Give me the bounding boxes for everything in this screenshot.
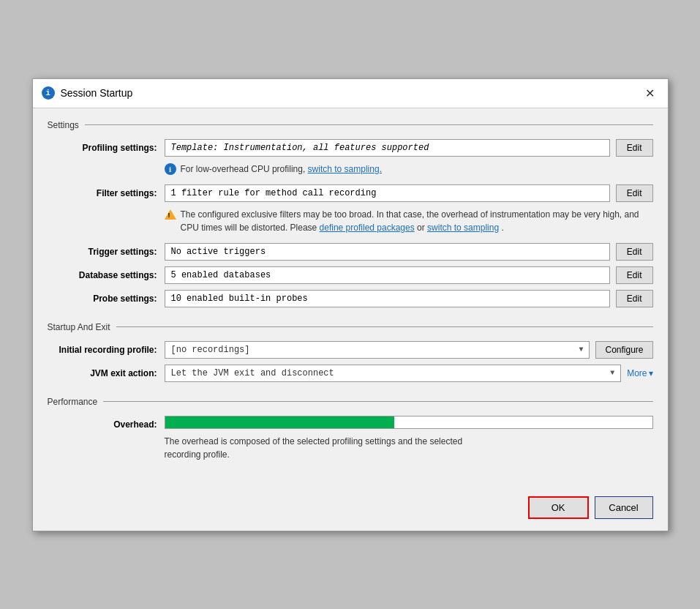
settings-header: Settings [48, 120, 653, 130]
probe-row: Probe settings: 10 enabled built-in prob… [48, 290, 653, 307]
performance-section: Performance Overhead: The overhead is co… [48, 397, 653, 461]
performance-title: Performance [48, 397, 104, 407]
filter-edit-button[interactable]: Edit [616, 184, 653, 202]
filter-row: Filter settings: 1 filter rule for metho… [48, 184, 653, 237]
probe-label: Probe settings: [48, 290, 165, 304]
profiling-label: Profiling settings: [48, 139, 165, 153]
database-input-line: 5 enabled databases Edit [165, 266, 653, 284]
cancel-button[interactable]: Cancel [595, 496, 653, 519]
title-bar-left: i Session Startup [42, 86, 133, 100]
dialog-body: Settings Profiling settings: Template: I… [33, 108, 668, 487]
performance-divider [103, 401, 652, 402]
settings-divider [85, 124, 653, 125]
dialog-icon: i [42, 86, 55, 100]
recording-label: Initial recording profile: [48, 341, 165, 355]
trigger-field: No active triggers [165, 243, 610, 261]
database-edit-button[interactable]: Edit [616, 266, 653, 284]
session-startup-dialog: i Session Startup ✕ Settings Profiling s… [32, 78, 669, 531]
performance-header: Performance [48, 397, 653, 407]
database-row: Database settings: 5 enabled databases E… [48, 266, 653, 284]
jvm-row: JVM exit action: Let the JVM exit and di… [48, 365, 653, 382]
overhead-bar-background [165, 416, 653, 429]
filter-warning-text: The configured exclusive filters may be … [181, 208, 653, 234]
info-icon: i [165, 163, 176, 175]
define-profiled-packages-link[interactable]: define profiled packages [320, 223, 415, 233]
filter-label: Filter settings: [48, 184, 165, 198]
recording-row: Initial recording profile: [no recording… [48, 341, 653, 359]
dialog-footer: OK Cancel [33, 487, 668, 531]
trigger-edit-button[interactable]: Edit [616, 243, 653, 261]
recording-content: [no recordings] ▼ Configure [165, 341, 653, 359]
dialog-title: Session Startup [61, 87, 133, 99]
jvm-dropdown-value: Let the JVM exit and disconnect [171, 368, 334, 378]
jvm-label: JVM exit action: [48, 365, 165, 378]
probe-input-line: 10 enabled built-in probes Edit [165, 290, 653, 307]
profiling-field: Template: Instrumentation, all features … [165, 139, 610, 157]
profiling-info-row: i For low-overhead CPU profiling, switch… [165, 160, 653, 179]
more-button[interactable]: More ▾ [627, 368, 652, 378]
profiling-content: Template: Instrumentation, all features … [165, 139, 653, 179]
filter-input-line: 1 filter rule for method call recording … [165, 184, 653, 202]
startup-title: Startup And Exit [48, 322, 116, 332]
database-label: Database settings: [48, 266, 165, 280]
startup-divider [116, 326, 653, 327]
jvm-input-line: Let the JVM exit and disconnect ▼ More ▾ [165, 365, 653, 382]
filter-field: 1 filter rule for method call recording [165, 184, 610, 202]
recording-dropdown[interactable]: [no recordings] ▼ [165, 341, 590, 359]
profiling-row: Profiling settings: Template: Instrument… [48, 139, 653, 179]
database-content: 5 enabled databases Edit [165, 266, 653, 284]
database-field: 5 enabled databases [165, 266, 610, 284]
recording-dropdown-arrow: ▼ [579, 345, 583, 354]
overhead-label: Overhead: [48, 416, 165, 430]
jvm-dropdown-arrow: ▼ [610, 369, 614, 377]
jvm-content: Let the JVM exit and disconnect ▼ More ▾ [165, 365, 653, 382]
close-button[interactable]: ✕ [641, 85, 659, 102]
recording-input-line: [no recordings] ▼ Configure [165, 341, 653, 359]
overhead-content: The overhead is composed of the selected… [165, 416, 653, 461]
probe-field: 10 enabled built-in probes [165, 290, 610, 307]
jvm-dropdown[interactable]: Let the JVM exit and disconnect ▼ [165, 365, 622, 382]
overhead-row: Overhead: The overhead is composed of th… [48, 416, 653, 461]
ok-button[interactable]: OK [528, 496, 589, 519]
startup-header: Startup And Exit [48, 322, 653, 332]
trigger-label: Trigger settings: [48, 243, 165, 257]
recording-dropdown-value: [no recordings] [171, 345, 250, 355]
warning-icon-wrapper [165, 209, 176, 221]
settings-title: Settings [48, 120, 85, 130]
probe-edit-button[interactable]: Edit [616, 290, 653, 307]
probe-content: 10 enabled built-in probes Edit [165, 290, 653, 307]
trigger-content: No active triggers Edit [165, 243, 653, 261]
overhead-bar-fill [165, 416, 394, 428]
warning-icon [165, 209, 176, 220]
filter-warning-row: The configured exclusive filters may be … [165, 205, 653, 237]
trigger-row: Trigger settings: No active triggers Edi… [48, 243, 653, 261]
title-bar: i Session Startup ✕ [33, 79, 668, 108]
switch-to-sampling-link2[interactable]: switch to sampling [427, 223, 499, 233]
overhead-note: The overhead is composed of the selected… [165, 435, 653, 461]
trigger-input-line: No active triggers Edit [165, 243, 653, 261]
filter-content: 1 filter rule for method call recording … [165, 184, 653, 237]
startup-section: Startup And Exit Initial recording profi… [48, 322, 653, 382]
profiling-input-line: Template: Instrumentation, all features … [165, 139, 653, 157]
settings-section: Settings Profiling settings: Template: I… [48, 120, 653, 307]
configure-button[interactable]: Configure [595, 341, 652, 359]
profiling-info-text: For low-overhead CPU profiling, switch t… [181, 162, 382, 176]
overhead-bar-line [165, 416, 653, 429]
switch-to-sampling-link[interactable]: switch to sampling. [308, 164, 382, 174]
profiling-edit-button[interactable]: Edit [616, 139, 653, 157]
